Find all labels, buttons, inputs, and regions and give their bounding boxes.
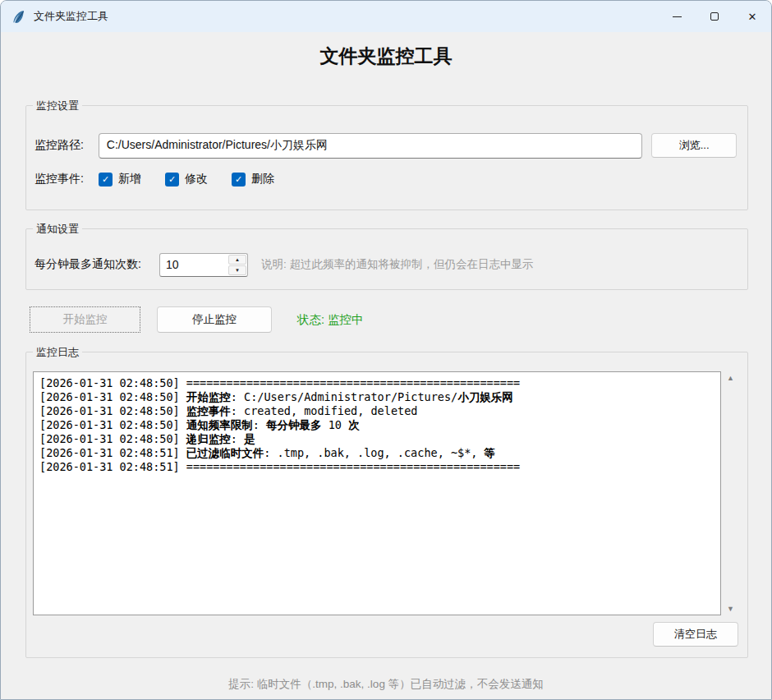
maximize-button[interactable] <box>696 1 733 32</box>
arrow-up-icon: ▲ <box>235 257 240 262</box>
stop-monitor-button[interactable]: 停止监控 <box>157 306 272 333</box>
log-line: [2026-01-31 02:48:50] 通知频率限制: 每分钟最多 10 次 <box>39 418 715 432</box>
scroll-up-icon[interactable]: ▲ <box>727 371 734 385</box>
browse-button[interactable]: 浏览... <box>651 133 737 158</box>
checkbox-deleted-label: 删除 <box>251 172 274 187</box>
spin-arrows: ▲ ▼ <box>228 255 246 275</box>
log-line: [2026-01-31 02:48:50] 监控事件: created, mod… <box>39 404 715 418</box>
app-window: 文件夹监控工具 ✕ 文件夹监控工具 监控设置 监控路径: 浏览... 监控事件:… <box>0 0 772 700</box>
clear-log-button[interactable]: 清空日志 <box>653 622 738 647</box>
rate-label: 每分钟最多通知次数: <box>34 257 159 272</box>
log-line: [2026-01-31 02:48:51] ==================… <box>39 460 715 474</box>
check-icon: ✓ <box>165 173 179 187</box>
monitor-settings-label: 监控设置 <box>33 99 82 113</box>
log-textarea[interactable]: [2026-01-31 02:48:50] ==================… <box>33 371 721 615</box>
log-group: 监控日志 [2026-01-31 02:48:50] =============… <box>25 352 748 658</box>
page-title: 文件夹监控工具 <box>1 44 771 69</box>
status-text: 状态: 监控中 <box>297 312 364 328</box>
log-line: [2026-01-31 02:48:50] 递归监控: 是 <box>39 432 715 446</box>
checkbox-deleted[interactable]: ✓ 删除 <box>232 172 274 187</box>
rate-hint: 说明: 超过此频率的通知将被抑制，但仍会在日志中显示 <box>261 257 534 272</box>
path-row: 监控路径: 浏览... <box>34 132 737 159</box>
log-line: [2026-01-31 02:48:50] 开始监控: C:/Users/Adm… <box>39 390 715 404</box>
rate-spinbox[interactable]: ▲ ▼ <box>159 253 248 277</box>
checkbox-created-label: 新增 <box>118 172 141 187</box>
start-monitor-button: 开始监控 <box>30 306 140 333</box>
rate-input[interactable] <box>160 258 226 271</box>
close-button[interactable]: ✕ <box>733 1 771 32</box>
spin-up-button[interactable]: ▲ <box>228 255 246 265</box>
check-icon: ✓ <box>99 173 113 187</box>
monitor-settings-group: 监控设置 监控路径: 浏览... 监控事件: ✓ 新增 ✓ 修改 ✓ 删除 <box>25 105 748 210</box>
arrow-down-icon: ▼ <box>235 268 240 273</box>
events-label: 监控事件: <box>34 172 99 187</box>
notify-settings-label: 通知设置 <box>33 222 82 237</box>
path-input[interactable] <box>99 133 642 159</box>
log-group-label: 监控日志 <box>33 345 82 360</box>
checkbox-modified-label: 修改 <box>185 172 208 187</box>
events-row: 监控事件: ✓ 新增 ✓ 修改 ✓ 删除 <box>34 172 298 187</box>
notify-settings-group: 通知设置 每分钟最多通知次数: ▲ ▼ 说明: 超过此频率的通知将被抑制，但仍会… <box>25 228 748 290</box>
log-line: [2026-01-31 02:48:51] 已过滤临时文件: .tmp, .ba… <box>39 446 715 460</box>
path-label: 监控路径: <box>34 138 99 153</box>
window-title: 文件夹监控工具 <box>34 9 108 24</box>
scroll-down-icon[interactable]: ▼ <box>727 602 734 615</box>
python-feather-icon <box>11 9 26 24</box>
window-controls: ✕ <box>658 1 771 32</box>
maximize-icon <box>710 12 719 21</box>
log-line: [2026-01-31 02:48:50] ==================… <box>39 376 715 390</box>
spin-down-button[interactable]: ▼ <box>228 265 246 275</box>
minimize-button[interactable] <box>658 1 696 32</box>
minimize-icon <box>673 16 682 17</box>
rate-row: 每分钟最多通知次数: ▲ ▼ 说明: 超过此频率的通知将被抑制，但仍会在日志中显… <box>34 252 737 277</box>
checkbox-created[interactable]: ✓ 新增 <box>99 172 141 187</box>
log-lines: [2026-01-31 02:48:50] ==================… <box>39 376 715 474</box>
controls-row: 开始监控 停止监控 状态: 监控中 <box>30 306 364 333</box>
checkbox-modified[interactable]: ✓ 修改 <box>165 172 208 187</box>
close-icon: ✕ <box>748 11 757 23</box>
titlebar: 文件夹监控工具 ✕ <box>1 1 771 32</box>
log-scrollbar[interactable]: ▲ ▼ <box>724 371 738 615</box>
footer-hint: 提示: 临时文件（.tmp, .bak, .log 等）已自动过滤，不会发送通知 <box>1 677 771 692</box>
check-icon: ✓ <box>232 173 246 187</box>
